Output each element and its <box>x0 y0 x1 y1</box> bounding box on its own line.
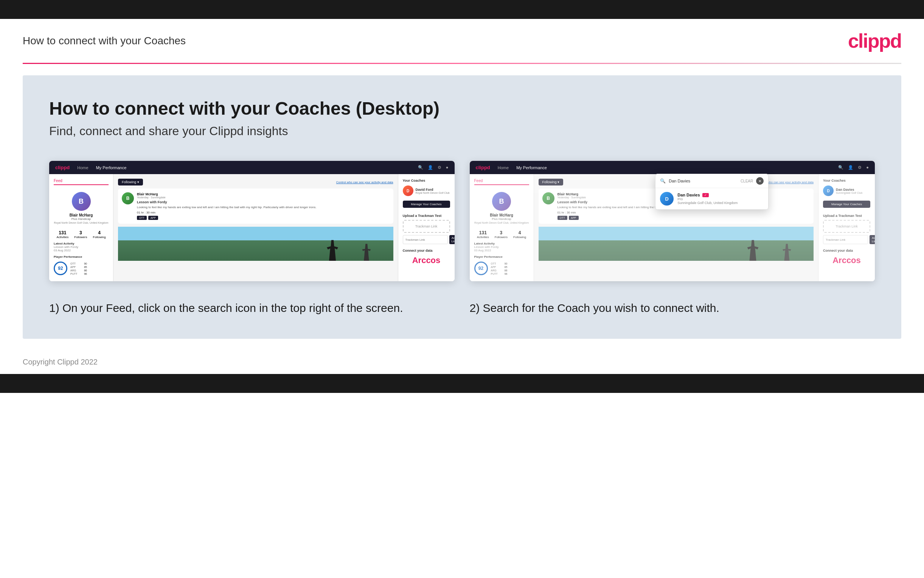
profile-name-left: Blair McHarg <box>54 213 108 217</box>
activities-right: 131 <box>477 230 489 235</box>
feed-tab-left[interactable]: Feed <box>54 179 108 185</box>
metrics-bar-left: OTT90 APP85 ARG86 PUTT96 <box>70 262 87 276</box>
activities-label-left: Activities <box>57 235 69 239</box>
profile-name-right: Blair McHarg <box>474 213 529 217</box>
latest-activity-right: Latest Activity Lesson with Fordy 03 Aug… <box>474 242 529 252</box>
manage-coaches-btn-left[interactable]: Manage Your Coaches <box>403 201 450 208</box>
player-performance-right: Player Performance 92 OTT90 APP85 ARG86 … <box>474 255 529 277</box>
coach-card-right: D Dan Davies Sunningdale Golf Club <box>823 185 870 196</box>
app-val: 85 <box>81 266 87 268</box>
avatar-icon-right[interactable]: ● <box>866 165 869 170</box>
coaches-title-left: Your Coaches <box>403 179 450 182</box>
profile-handicap-left: Plus Handicap <box>54 217 108 221</box>
app-right-screenshot: clippd Home My Performance 🔍 👤 ⚙ ● 🔍 Dan… <box>470 161 875 281</box>
activities-count-left: 131 <box>57 230 69 235</box>
post-duration-left: 01 hr : 30 min <box>137 211 390 214</box>
search-icon-left[interactable]: 🔍 <box>418 165 423 170</box>
profile-icon-right[interactable]: 👤 <box>848 165 853 170</box>
coach-avatar-left: D <box>403 185 413 196</box>
coach-club-left: Royal North Devon Golf Club <box>416 192 450 194</box>
nav-home-left: Home <box>77 166 88 170</box>
arg-label: ARG <box>70 269 78 272</box>
post-lesson-title-left: Lesson with Fordy <box>137 200 390 204</box>
trackman-input-right[interactable] <box>823 235 868 244</box>
screenshots-row: clippd Home My Performance 🔍 👤 ⚙ ● Feed <box>49 161 875 281</box>
connect-section-right: Connect your data Arccos <box>823 249 870 265</box>
nav-myperformance-right: My Performance <box>516 166 547 170</box>
section-title: How to connect with your Coaches (Deskto… <box>49 98 875 119</box>
control-link-left[interactable]: Control who can see your activity and da… <box>336 180 393 184</box>
upload-title-left: Upload a Trackman Test <box>403 214 450 218</box>
screenshot-left: clippd Home My Performance 🔍 👤 ⚙ ● Feed <box>49 161 455 281</box>
golfer2-right <box>782 244 791 261</box>
search-query-text[interactable]: Dan Davies <box>669 179 738 183</box>
profile-area-left: B Blair McHarg Plus Handicap Royal North… <box>54 189 108 227</box>
golfer1-right <box>748 240 759 261</box>
trackman-input-left[interactable] <box>403 235 448 244</box>
avatar-icon-left[interactable]: ● <box>446 165 448 170</box>
profile-icon-left[interactable]: 👤 <box>428 165 433 170</box>
profile-handicap-right: Plus Handicap <box>474 217 529 221</box>
arccos-logo-right: Arccos <box>823 255 870 265</box>
settings-icon-left[interactable]: ⚙ <box>438 165 442 170</box>
copyright-text: Copyright Clippd 2022 <box>23 358 97 366</box>
result-avatar: D <box>660 192 674 206</box>
result-club: Sunningdale Golf Club, United Kingdom <box>677 201 738 205</box>
followers-count-left: 3 <box>74 230 87 235</box>
latest-activity-label-left: Latest Activity <box>54 242 108 245</box>
post-avatar-left: B <box>122 192 134 205</box>
ott-label: OTT <box>70 262 78 265</box>
connect-section-left: Connect your data Arccos <box>403 249 450 265</box>
app-right-left: Your Coaches D David Ford Royal North De… <box>398 174 455 281</box>
upload-section-right: Upload a Trackman Test Trackman Link Add… <box>823 214 870 244</box>
nav-icons-right: 🔍 👤 ⚙ ● <box>838 165 869 170</box>
search-bar-row: 🔍 Dan Davies CLEAR ✕ <box>655 174 768 188</box>
golf-scene-left <box>118 227 393 261</box>
trackman-input-row-left: Add Link <box>403 235 450 244</box>
stats-row-right: 131Activities 3Followers 4Following <box>474 230 529 239</box>
golfer2-left <box>362 244 371 261</box>
putt-label: PUTT <box>70 273 78 275</box>
settings-icon-right[interactable]: ⚙ <box>858 165 862 170</box>
tag-app-left: APP <box>148 216 158 220</box>
trackman-placeholder-right: Trackman Link <box>823 220 870 233</box>
latest-activity-name-left: Lesson with Fordy <box>54 245 108 249</box>
add-link-btn-right[interactable]: Add Link <box>869 235 875 244</box>
screenshot-right: clippd Home My Performance 🔍 👤 ⚙ ● 🔍 Dan… <box>470 161 875 281</box>
following-button-right[interactable]: Following ▾ <box>539 179 563 185</box>
search-close-button[interactable]: ✕ <box>756 177 764 185</box>
search-icon-right[interactable]: 🔍 <box>838 165 843 170</box>
arg-val: 86 <box>81 269 87 272</box>
following-button-left[interactable]: Following ▾ <box>118 179 143 185</box>
pp-title-left: Player Performance <box>54 255 108 258</box>
putt-val: 96 <box>81 273 87 275</box>
trackman-input-row-right: Add Link <box>823 235 870 244</box>
search-icon-dropdown: 🔍 <box>660 178 666 183</box>
search-dropdown: 🔍 Dan Davies CLEAR ✕ D Dan Davies ✓ Pro <box>655 174 769 210</box>
profile-avatar-right: B <box>492 192 511 211</box>
arccos-logo-left: Arccos <box>403 255 450 265</box>
post-content-left: Blair McHarg Yesterday · Sunningdale Les… <box>137 192 390 220</box>
nav-myperformance-left: My Performance <box>96 166 127 170</box>
golfer1-left <box>327 240 338 261</box>
manage-coaches-btn-right[interactable]: Manage Your Coaches <box>823 201 870 208</box>
app-sidebar-right: Feed B Blair McHarg Plus Handicap Royal … <box>470 174 534 281</box>
search-result-item[interactable]: D Dan Davies ✓ Pro Sunningdale Golf Club… <box>655 188 768 209</box>
app-navbar-left: clippd Home My Performance 🔍 👤 ⚙ ● <box>49 161 455 174</box>
section-subtitle: Find, connect and share your Clippd insi… <box>49 124 875 138</box>
feed-tab-right[interactable]: Feed <box>474 179 529 185</box>
clear-button[interactable]: CLEAR <box>741 179 753 183</box>
coach-name-right: Dan Davies <box>836 188 863 192</box>
post-avatar-right: B <box>542 192 555 205</box>
header: How to connect with your Coaches clippd <box>0 19 924 63</box>
coach-name-left: David Ford <box>416 188 450 192</box>
coach-card-left: D David Ford Royal North Devon Golf Club <box>403 185 450 196</box>
profile-club-left: Royal North Devon Golf Club, United King… <box>54 221 108 224</box>
add-link-btn-left[interactable]: Add Link <box>449 235 455 244</box>
page-title: How to connect with your Coaches <box>23 35 186 47</box>
latest-activity-left: Latest Activity Lesson with Fordy 03 Aug… <box>54 242 108 252</box>
app-left: clippd Home My Performance 🔍 👤 ⚙ ● Feed <box>49 161 455 281</box>
profile-avatar-left: B <box>72 192 91 211</box>
result-name: Dan Davies <box>677 193 700 197</box>
connect-title-left: Connect your data <box>403 249 450 252</box>
